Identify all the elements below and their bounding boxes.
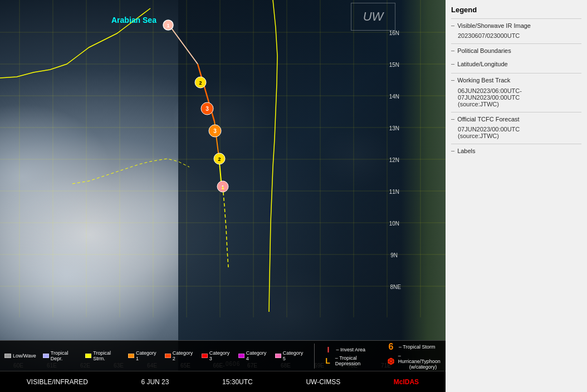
legend-cat4: Category 4 [238, 350, 268, 361]
legend-title: Legend [451, 6, 581, 14]
invest-icon: I [323, 345, 333, 354]
dash-labels: – [451, 147, 454, 154]
label-cat5: Category 5 [283, 350, 305, 361]
invest-label: – Invest Area [336, 347, 365, 352]
logo-area: UW [351, 3, 395, 31]
label-cat3: Category 3 [209, 350, 232, 361]
main-container: 1 2 3 3 2 1 16N 15N 14N 13N 12N 11N 10N [0, 0, 587, 392]
legend-tropical-depr: Tropical Depr. [43, 350, 79, 361]
best-track-datetime2: 07JUN2023/00:00UTC [458, 94, 581, 101]
td-label: – Tropical Depression [335, 355, 379, 366]
track-invest: I – Invest Area [323, 345, 379, 354]
color-tropical-depr [43, 354, 49, 358]
best-track-datetime1: 06JUN2023/06:00UTC- [458, 87, 581, 94]
lat-label-11n: 11N [389, 189, 399, 195]
svg-text:3: 3 [206, 106, 209, 112]
legend-low-wave: Low/Wave [4, 353, 36, 359]
dash-political: – [451, 47, 454, 53]
legend-item-best-track: – Working Best Track [451, 76, 581, 85]
tcfc-datetime: 07JUN2023/00:00UTC [458, 126, 581, 133]
dash-best-track: – [451, 76, 454, 83]
label-low-wave: Low/Wave [13, 353, 36, 359]
time-label: 15:30UTC [222, 378, 253, 386]
legend-cat5: Category 5 [275, 350, 305, 361]
legend-section-visible-ir: – Visible/Shorwave IR Image 20230607/023… [451, 22, 581, 39]
track-ts: 6 – Tropical Storm [386, 342, 441, 352]
mcidas-label: McIDAS [394, 378, 419, 386]
text-tcfc: Official TCFC Forecast [457, 115, 519, 124]
text-visible-ir: Visible/Shorwave IR Image [457, 22, 531, 30]
label-tropical-strm: Tropical Strm. [93, 350, 121, 361]
track-symbols-column: I – Invest Area L – Tropical Depression [323, 345, 379, 366]
bottom-info-bar: VISIBLE/INFRARED 6 JUN 23 15:30UTC UW-CI… [0, 371, 446, 392]
color-cat5 [275, 354, 281, 358]
legend-divider-3 [451, 73, 581, 74]
legend-item-tcfc: – Official TCFC Forecast [451, 115, 581, 124]
tcfc-source: (source:JTWC) [458, 133, 581, 139]
map-area: 1 2 3 3 2 1 16N 15N 14N 13N 12N 11N 10N [0, 0, 446, 392]
svg-text:2: 2 [218, 156, 221, 162]
svg-text:1: 1 [167, 23, 169, 28]
lat-label-13n: 13N [389, 125, 399, 131]
legend-divider-5 [451, 144, 581, 144]
dash-latlon: – [451, 60, 454, 67]
track-td: L – Tropical Depression [323, 355, 379, 366]
text-labels: Labels [457, 147, 475, 155]
td-icon: L [323, 356, 332, 365]
ts-icon: 6 [386, 342, 396, 352]
svg-text:2: 2 [199, 80, 202, 86]
legend-section-tcfc: – Official TCFC Forecast 07JUN2023/00:00… [451, 115, 581, 139]
text-best-track: Working Best Track [457, 76, 510, 85]
lat-label-15n: 15N [389, 62, 399, 68]
legend-item-political: – Political Boundaries [451, 47, 581, 55]
legend-section-best-track: – Working Best Track 06JUN2023/06:00UTC-… [451, 76, 581, 107]
legend-divider-2 [451, 43, 581, 44]
legend-section-political: – Political Boundaries [451, 47, 581, 55]
dash-visible-ir: – [451, 22, 454, 28]
source-label: UW-CIMSS [306, 378, 340, 386]
legend-divider-1 [451, 18, 581, 19]
bottom-legend-bar: Low/Wave Tropical Depr. Tropical Strm. C… [0, 340, 446, 371]
legend-item-visible-ir: – Visible/Shorwave IR Image [451, 22, 581, 30]
image-type-label: VISIBLE/INFRARED [27, 378, 88, 386]
legend-panel: Legend – Visible/Shorwave IR Image 20230… [446, 0, 587, 392]
track-symbols-column2: 6 – Tropical Storm ❆ – Hurricane/Typhoon… [386, 342, 441, 370]
legend-visible-ir-datetime: 20230607/023000UTC [458, 32, 581, 39]
color-cat2 [165, 354, 171, 358]
legend-section-latlon: – Latitude/Longitude [451, 60, 581, 68]
legend-divider-4 [451, 112, 581, 112]
color-tropical-strm [85, 354, 91, 358]
svg-text:3: 3 [213, 128, 217, 134]
lat-label-16n: 16N [389, 30, 399, 36]
color-cat1 [128, 354, 134, 358]
ts-label: – Tropical Storm [399, 344, 436, 350]
legend-cat2: Category 2 [165, 350, 195, 361]
lat-label-14n: 14N [389, 94, 399, 100]
legend-cat1: Category 1 [128, 350, 158, 361]
legend-divider-vertical [314, 344, 315, 369]
text-political: Political Boundaries [457, 47, 511, 55]
date-label: 6 JUN 23 [141, 378, 169, 386]
hurricane-label: – Hurricane/Typhoon(w/category) [398, 353, 441, 370]
hurricane-icon: ❆ [386, 356, 395, 367]
legend-section-labels: – Labels [451, 147, 581, 155]
label-cat2: Category 2 [173, 350, 195, 361]
lat-label-10n: 10N [389, 220, 399, 227]
text-latlon: Latitude/Longitude [457, 60, 508, 68]
color-low-wave [4, 354, 11, 358]
color-cat4 [238, 354, 244, 358]
lat-label-8ne: 8NE [390, 284, 401, 290]
logo-text: UW [363, 9, 384, 24]
label-cat1: Category 1 [136, 350, 158, 361]
dash-tcfc: – [451, 115, 454, 122]
legend-tropical-strm: Tropical Strm. [85, 350, 121, 361]
grid-svg: 1 2 3 3 2 1 [0, 0, 446, 392]
legend-item-latlon: – Latitude/Longitude [451, 60, 581, 68]
arabian-sea-label: Arabian Sea [111, 16, 156, 24]
legend-cat3: Category 3 [202, 350, 232, 361]
color-cat3 [202, 354, 208, 358]
lat-label-12n: 12N [389, 157, 399, 163]
label-cat4: Category 4 [246, 350, 268, 361]
lat-label-9n: 9N [390, 252, 398, 258]
label-tropical-depr: Tropical Depr. [51, 350, 79, 361]
